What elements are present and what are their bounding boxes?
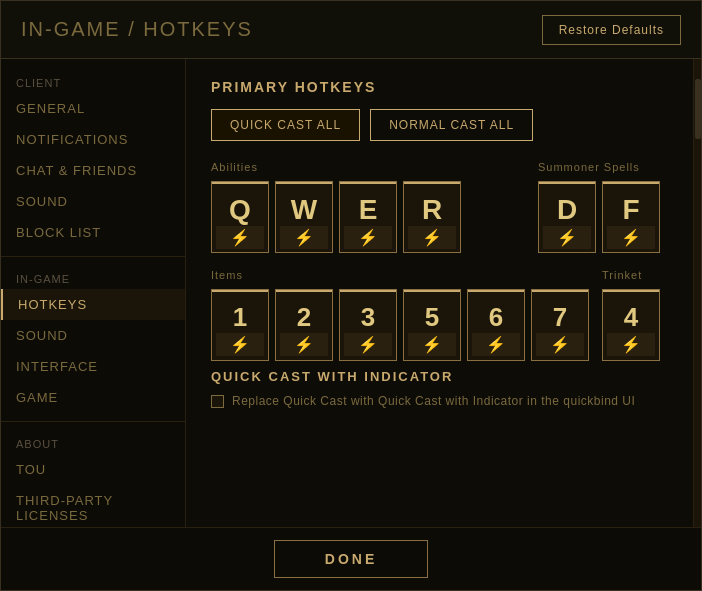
key-2-lightning: ⚡ — [280, 333, 328, 356]
key-4-lightning: ⚡ — [607, 333, 655, 356]
key-groups-row: Abilities Q ⚡ W ⚡ E ⚡ — [211, 161, 668, 253]
sidebar-item-sound-ingame[interactable]: SOUND — [1, 320, 185, 351]
items-group: Items 1 ⚡ 2 ⚡ 3 ⚡ — [211, 269, 589, 361]
qc-checkbox[interactable] — [211, 395, 224, 408]
scroll-thumb[interactable] — [695, 79, 701, 139]
key-4[interactable]: 4 ⚡ — [602, 289, 660, 361]
key-e-letter: E — [359, 194, 378, 226]
abilities-keys-row: Q ⚡ W ⚡ E ⚡ R ⚡ — [211, 181, 461, 253]
summoner-spells-label: Summoner Spells — [538, 161, 660, 173]
key-q[interactable]: Q ⚡ — [211, 181, 269, 253]
trinket-label: Trinket — [602, 269, 660, 281]
key-w-lightning: ⚡ — [280, 226, 328, 249]
sidebar-item-third-party[interactable]: THIRD-PARTY LICENSES — [1, 485, 185, 527]
sidebar-item-block-list[interactable]: BLOCK LIST — [1, 217, 185, 248]
key-7-lightning: ⚡ — [536, 333, 584, 356]
page-title: IN-GAME / HOTKEYS — [21, 18, 253, 41]
key-1-lightning: ⚡ — [216, 333, 264, 356]
sidebar-item-chat-friends[interactable]: CHAT & FRIENDS — [1, 155, 185, 186]
key-7[interactable]: 7 ⚡ — [531, 289, 589, 361]
key-1-number: 1 — [233, 302, 247, 333]
abilities-label: Abilities — [211, 161, 461, 173]
key-d-letter: D — [557, 194, 577, 226]
key-3-lightning: ⚡ — [344, 333, 392, 356]
sidebar-section-about: About — [1, 430, 185, 454]
qc-checkbox-row: Replace Quick Cast with Quick Cast with … — [211, 394, 668, 408]
items-trinket-row: Items 1 ⚡ 2 ⚡ 3 ⚡ — [211, 269, 668, 361]
cast-buttons: Quick Cast All Normal Cast All — [211, 109, 668, 141]
key-w-letter: W — [291, 194, 317, 226]
header: IN-GAME / HOTKEYS Restore Defaults — [1, 1, 701, 59]
breadcrumb-separator: / — [128, 18, 143, 40]
normal-cast-all-button[interactable]: Normal Cast All — [370, 109, 533, 141]
key-3[interactable]: 3 ⚡ — [339, 289, 397, 361]
abilities-group: Abilities Q ⚡ W ⚡ E ⚡ — [211, 161, 461, 253]
key-q-letter: Q — [229, 194, 251, 226]
key-3-number: 3 — [361, 302, 375, 333]
key-f-letter: F — [622, 194, 639, 226]
sidebar-item-sound-client[interactable]: SOUND — [1, 186, 185, 217]
app-container: IN-GAME / HOTKEYS Restore Defaults Clien… — [0, 0, 702, 591]
content-area: PRIMARY HOTKEYS Quick Cast All Normal Ca… — [186, 59, 693, 527]
key-1[interactable]: 1 ⚡ — [211, 289, 269, 361]
key-w[interactable]: W ⚡ — [275, 181, 333, 253]
key-5-number: 5 — [425, 302, 439, 333]
items-keys-row: 1 ⚡ 2 ⚡ 3 ⚡ 5 ⚡ — [211, 289, 589, 361]
summoner-spells-group: Summoner Spells D ⚡ F ⚡ — [538, 161, 660, 253]
done-button[interactable]: DONE — [274, 540, 428, 578]
footer: DONE — [1, 527, 701, 590]
sidebar: Client GENERAL NOTIFICATIONS CHAT & FRIE… — [1, 59, 186, 527]
key-6[interactable]: 6 ⚡ — [467, 289, 525, 361]
restore-defaults-button[interactable]: Restore Defaults — [542, 15, 681, 45]
key-5-lightning: ⚡ — [408, 333, 456, 356]
key-d[interactable]: D ⚡ — [538, 181, 596, 253]
items-label: Items — [211, 269, 589, 281]
breadcrumb-prefix: IN-GAME — [21, 18, 121, 40]
sidebar-divider-2 — [1, 421, 185, 422]
key-2-number: 2 — [297, 302, 311, 333]
quick-cast-indicator-section: QUICK CAST WITH INDICATOR Replace Quick … — [211, 369, 668, 408]
sidebar-section-client: Client — [1, 69, 185, 93]
sidebar-item-interface[interactable]: INTERFACE — [1, 351, 185, 382]
section-title: PRIMARY HOTKEYS — [211, 79, 668, 95]
sidebar-item-general[interactable]: GENERAL — [1, 93, 185, 124]
key-7-number: 7 — [553, 302, 567, 333]
key-f[interactable]: F ⚡ — [602, 181, 660, 253]
key-6-number: 6 — [489, 302, 503, 333]
key-5[interactable]: 5 ⚡ — [403, 289, 461, 361]
qc-label: Replace Quick Cast with Quick Cast with … — [232, 394, 635, 408]
sidebar-item-tou[interactable]: TOU — [1, 454, 185, 485]
key-f-lightning: ⚡ — [607, 226, 655, 249]
key-r-letter: R — [422, 194, 442, 226]
sidebar-item-notifications[interactable]: NOTIFICATIONS — [1, 124, 185, 155]
key-e[interactable]: E ⚡ — [339, 181, 397, 253]
main-content: Client GENERAL NOTIFICATIONS CHAT & FRIE… — [1, 59, 701, 527]
qc-title: QUICK CAST WITH INDICATOR — [211, 369, 668, 384]
sidebar-divider — [1, 256, 185, 257]
scroll-track[interactable] — [693, 59, 701, 527]
sidebar-section-ingame: In-Game — [1, 265, 185, 289]
sidebar-item-game[interactable]: GAME — [1, 382, 185, 413]
key-r-lightning: ⚡ — [408, 226, 456, 249]
trinket-group: Trinket 4 ⚡ — [602, 269, 660, 361]
summoner-keys-row: D ⚡ F ⚡ — [538, 181, 660, 253]
key-2[interactable]: 2 ⚡ — [275, 289, 333, 361]
breadcrumb-current: HOTKEYS — [143, 18, 253, 40]
key-6-lightning: ⚡ — [472, 333, 520, 356]
quick-cast-all-button[interactable]: Quick Cast All — [211, 109, 360, 141]
key-4-number: 4 — [624, 302, 638, 333]
key-r[interactable]: R ⚡ — [403, 181, 461, 253]
key-d-lightning: ⚡ — [543, 226, 591, 249]
key-e-lightning: ⚡ — [344, 226, 392, 249]
trinket-keys-row: 4 ⚡ — [602, 289, 660, 361]
sidebar-item-hotkeys[interactable]: HOTKEYS — [1, 289, 185, 320]
key-q-lightning: ⚡ — [216, 226, 264, 249]
